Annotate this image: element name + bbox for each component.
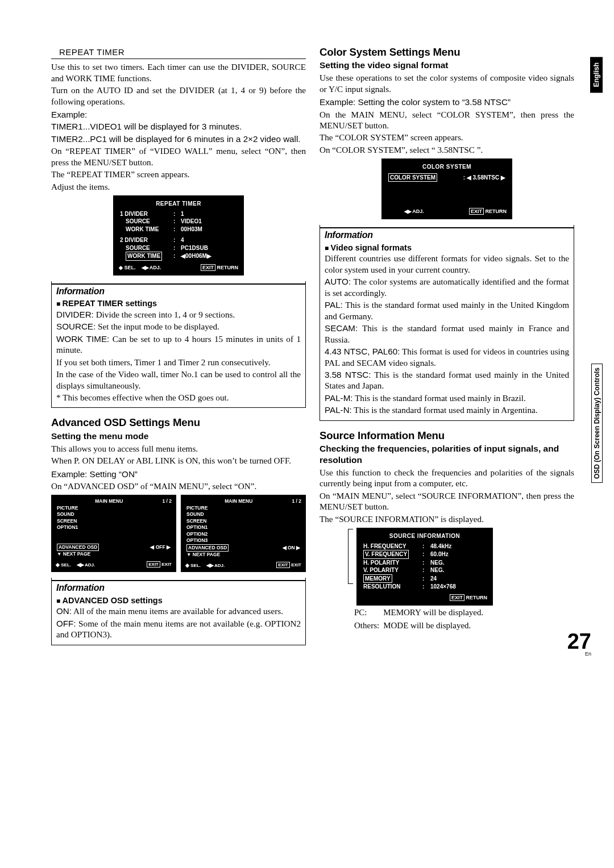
body-text: On “COLOR SYSTEM”, select “ 3.58NTSC ”.: [320, 144, 574, 155]
side-tab-language: English: [590, 57, 603, 93]
osd-footer: ADJ. EXIT RETURN: [387, 208, 507, 215]
osd-row: COLOR SYSTEM : ◀ 3.58NTSC ▶: [387, 173, 507, 182]
body-text: Use this to set two timers. Each timer c…: [51, 61, 306, 84]
page-number: 27 En: [567, 632, 591, 657]
body-text: Use these operations to set the color sy…: [320, 72, 574, 94]
body-text: Turn on the AUTO ID and set the DIVIDER …: [51, 85, 306, 107]
info-subtitle: REPEAT TIMER settings: [56, 298, 301, 309]
example-label: Example:: [51, 109, 306, 120]
body-text: The “SOURCE INFORMATION” is displayed.: [320, 514, 574, 524]
body-text: On “ADVANCED OSD” of “MAIN MENU”, select…: [51, 481, 306, 491]
body-text: The “COLOR SYSTEM” screen appears.: [320, 132, 574, 143]
body-text: Use this function to check the frequenci…: [320, 467, 574, 489]
subheading: Setting the video signal format: [320, 60, 574, 71]
osd-row: 1 DIVIDER:1: [119, 210, 238, 218]
body-text: The “REPEAT TIMER” screen appears.: [51, 169, 306, 180]
body-text: Adjust the items.: [51, 181, 306, 192]
body-text: This allows you to access full menu item…: [51, 443, 306, 454]
section-title-advanced: Advanced OSD Settings Menu: [51, 416, 301, 429]
repeat-timer-heading: REPEAT TIMER: [51, 45, 306, 59]
osd-color-system: COLOR SYSTEM COLOR SYSTEM : ◀ 3.58NTSC ▶…: [381, 158, 512, 219]
body-text: When P. ON DELAY or ABL LINK is ON, this…: [51, 455, 306, 466]
info-title: Information: [52, 580, 305, 594]
info-title: Information: [320, 227, 574, 241]
osd-title: COLOR SYSTEM: [387, 163, 507, 171]
info-box-advanced: Information ADVANCED OSD settings ON: Al…: [51, 578, 306, 645]
example-label: Example: Setting the color system to “3.…: [320, 97, 574, 107]
osd-title: REPEAT TIMER: [119, 200, 238, 208]
osd-row: WORK TIME:00H03M: [119, 226, 238, 233]
body-text: TIMER1...VIDEO1 will be displayed for 3 …: [51, 121, 306, 132]
osd-row: WORK TIME:◀00H06M▶: [119, 252, 238, 261]
osd-source-info: SOURCE INFORMATION H. FREQUENCY:48.4kHzV…: [356, 528, 493, 606]
osd-repeat-timer: REPEAT TIMER 1 DIVIDER:1 SOURCE:VIDEO1 W…: [113, 195, 244, 276]
side-tab-section: OSD (On Screen Display) Controls: [591, 364, 603, 483]
osd-row: SOURCE:VIDEO1: [119, 218, 238, 226]
subheading: Setting the menu mode: [51, 431, 306, 442]
body-text: On the MAIN MENU, select “COLOR SYSTEM”,…: [320, 109, 574, 131]
osd-main-menu-off: MAIN MENU1 / 2 PICTURESOUNDSCREENOPTION1…: [51, 495, 176, 572]
info-subtitle: Video signal formats: [325, 243, 569, 253]
info-box-repeat: Information REPEAT TIMER settings DIVIDE…: [51, 281, 306, 408]
section-title-source: Source Information Menu: [320, 429, 569, 443]
body-text: On “REPEAT TIMER” of “VIDEO WALL” menu, …: [51, 145, 306, 168]
info-subtitle: ADVANCED OSD settings: [56, 595, 301, 606]
body-text: TIMER2...PC1 will be displayed for 6 min…: [51, 133, 306, 144]
section-title-color: Color System Settings Menu: [320, 45, 569, 59]
bracket-icon: [348, 529, 353, 584]
example-label: Example: Setting “ON”: [51, 469, 306, 479]
osd-row: 2 DIVIDER:4: [119, 236, 238, 244]
subheading: Checking the frequencies, polarities of …: [320, 443, 574, 466]
info-title: Information: [52, 283, 305, 297]
osd-title: SOURCE INFORMATION: [362, 532, 487, 540]
osd-main-menu-on: MAIN MENU1 / 2 PICTURESOUNDSCREENOPTION1…: [181, 495, 306, 572]
info-box-color: Information Video signal formats Differe…: [320, 225, 574, 420]
source-notes: PC:MEMORY will be displayed. Others:MODE…: [352, 606, 485, 633]
osd-row: SOURCE:PC1DSUB: [119, 244, 238, 252]
body-text: On “MAIN MENU”, select “SOURCE INFORMATI…: [320, 490, 574, 512]
osd-footer: SEL. ADJ. EXIT RETURN: [119, 264, 238, 271]
